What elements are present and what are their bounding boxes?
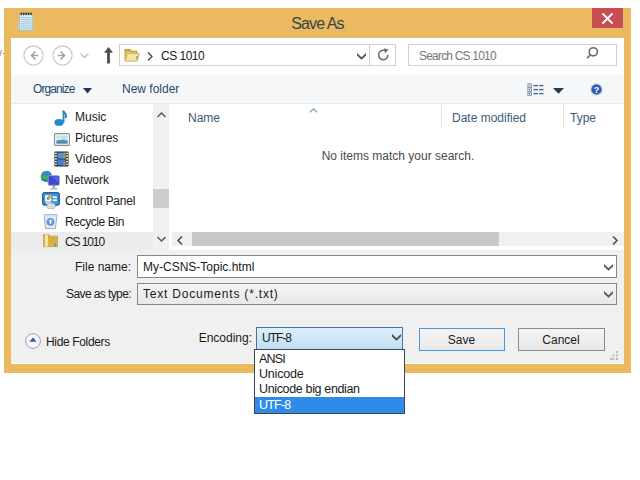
svg-text:?: ? bbox=[594, 85, 600, 95]
